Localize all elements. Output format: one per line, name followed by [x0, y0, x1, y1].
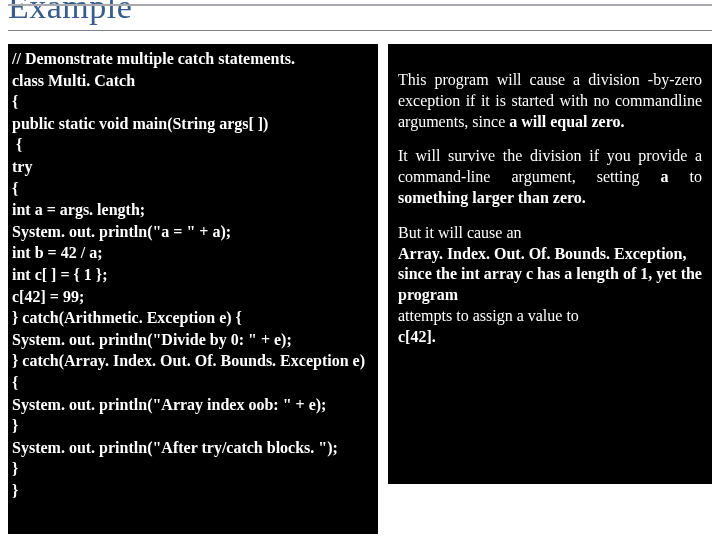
explanation-panel: This program will cause a division -by-z… — [388, 44, 712, 484]
code-line: System. out. println("a = " + a); — [12, 221, 370, 243]
code-line: // Demonstrate multiple catch statements… — [12, 48, 370, 70]
code-line: int c[ ] = { 1 }; — [12, 264, 370, 286]
para-text: It will survive the division if you prov… — [398, 147, 702, 185]
title-divider — [8, 30, 712, 31]
explain-para-1: This program will cause a division -by-z… — [398, 70, 702, 132]
code-line: System. out. println("After try/catch bl… — [12, 437, 370, 459]
code-line: } — [12, 458, 370, 480]
code-line: { — [12, 134, 370, 156]
content-row: // Demonstrate multiple catch statements… — [0, 38, 720, 534]
code-line: System. out. println("Divide by 0: " + e… — [12, 329, 370, 351]
explain-para-2: It will survive the division if you prov… — [398, 146, 702, 208]
para-bold: a will equal zero. — [509, 113, 624, 130]
code-line: } catch(Array. Index. Out. Of. Bounds. E… — [12, 350, 370, 372]
code-line: } — [12, 415, 370, 437]
code-line: System. out. println("Array index oob: "… — [12, 394, 370, 416]
code-line: { — [12, 178, 370, 200]
code-line: c[42] = 99; — [12, 286, 370, 308]
code-line: int a = args. length; — [12, 199, 370, 221]
para-text: But it will cause an — [398, 223, 702, 244]
code-line: try — [12, 156, 370, 178]
code-line: { — [12, 91, 370, 113]
slide-title: Example — [8, 0, 712, 24]
code-line: } catch(Arithmetic. Exception e) { — [12, 307, 370, 329]
code-panel: // Demonstrate multiple catch statements… — [8, 44, 378, 534]
code-line: public static void main(String args[ ]) — [12, 113, 370, 135]
para-bold: c[42]. — [398, 327, 702, 348]
para-text: attempts to assign a value to — [398, 306, 702, 327]
para-bold: Array. Index. Out. Of. Bounds. Exception… — [398, 244, 702, 306]
code-line: class Multi. Catch — [12, 70, 370, 92]
code-line: int b = 42 / a; — [12, 242, 370, 264]
code-line: } — [12, 480, 370, 502]
explain-para-3: But it will cause an Array. Index. Out. … — [398, 223, 702, 348]
code-line: { — [12, 372, 370, 394]
para-bold: something larger than zero. — [398, 189, 586, 206]
para-text: to — [668, 168, 702, 185]
